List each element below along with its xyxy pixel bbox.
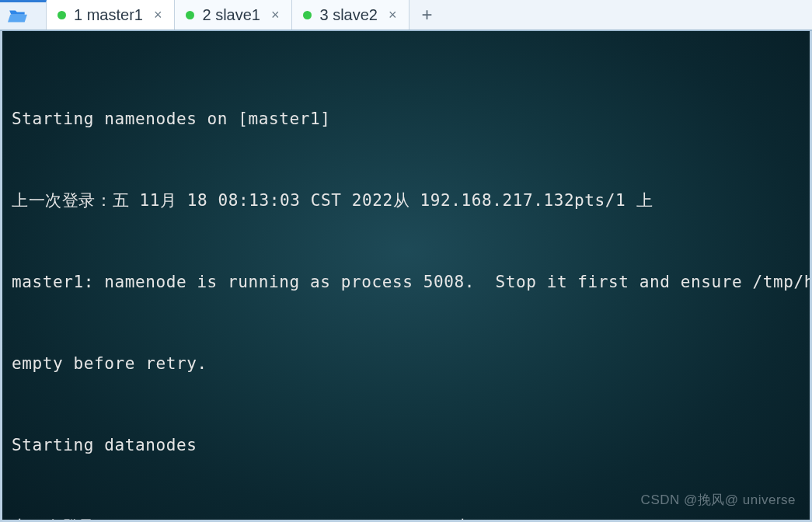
- status-dot-icon: [58, 11, 66, 19]
- close-icon[interactable]: ×: [268, 8, 283, 22]
- tab-label: 3 slave2: [319, 6, 378, 24]
- watermark: CSDN @挽风@ universe: [641, 486, 796, 513]
- terminal-line: 上一次登录：五 11月 18 08:13:03 CST 2022从 192.16…: [12, 187, 800, 214]
- tab-label: 2 slave1: [202, 6, 260, 24]
- tab-label: 1 master1: [74, 6, 143, 24]
- status-dot-icon: [186, 11, 194, 19]
- terminal-line: master1: namenode is running as process …: [12, 269, 800, 296]
- terminal-line: Starting namenodes on [master1]: [12, 106, 800, 133]
- close-icon[interactable]: ×: [151, 8, 166, 22]
- close-icon[interactable]: ×: [385, 8, 400, 22]
- folder-open-icon: [8, 8, 28, 25]
- tab-slave1[interactable]: 2 slave1 ×: [175, 0, 292, 30]
- terminal-line: Starting datanodes: [12, 432, 800, 459]
- terminal-pane[interactable]: Starting namenodes on [master1] 上一次登录：五 …: [0, 31, 812, 522]
- plus-icon: +: [421, 4, 432, 26]
- folder-button[interactable]: [0, 0, 47, 30]
- tabs-container: 1 master1 × 2 slave1 × 3 slave2 × +: [47, 0, 444, 30]
- status-dot-icon: [303, 11, 312, 19]
- new-tab-button[interactable]: +: [409, 0, 444, 30]
- terminal-line: 上一次登录：五 11月 18 11:24:40 CST 2022pts/0 上: [12, 513, 800, 522]
- tab-slave2[interactable]: 3 slave2 ×: [292, 0, 409, 30]
- tab-master1[interactable]: 1 master1 ×: [47, 0, 175, 30]
- terminal-line: empty before retry.: [12, 350, 800, 378]
- tab-bar: 1 master1 × 2 slave1 × 3 slave2 × +: [0, 0, 812, 31]
